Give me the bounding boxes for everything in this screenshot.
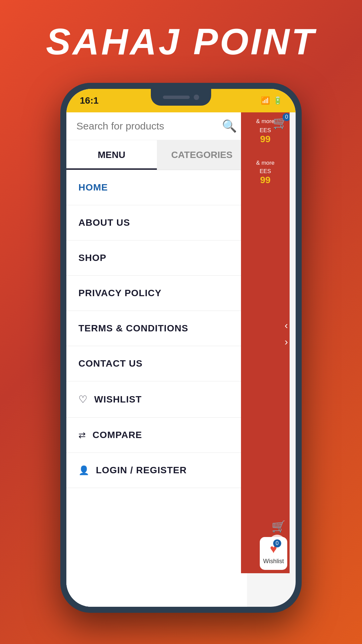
battery-icon: 🔋 bbox=[273, 96, 282, 105]
tab-bar: MENU CATEGORIES bbox=[66, 140, 247, 170]
wishlist-fab[interactable]: ♥ 0 Wishlist bbox=[260, 537, 287, 570]
menu-list: HOME ABOUT US SHOP PRIVACY POLICY TERMS … bbox=[66, 170, 247, 607]
compare-icon: ⇄ bbox=[78, 430, 86, 440]
menu-item-terms-label: TERMS & CONDITIONS bbox=[78, 323, 188, 334]
tab-menu[interactable]: MENU bbox=[66, 140, 157, 170]
heart-icon: ♡ bbox=[78, 393, 87, 405]
cart-fab[interactable]: 🛒 bbox=[272, 520, 286, 533]
menu-item-shop[interactable]: SHOP bbox=[66, 240, 247, 276]
menu-item-login-label: LOGIN / REGISTER bbox=[96, 465, 187, 476]
status-time: 16:1 bbox=[80, 95, 99, 106]
cart-badge: 0 bbox=[283, 113, 290, 121]
menu-item-contact[interactable]: CONTACT US bbox=[66, 346, 247, 381]
search-bar: 🔍 bbox=[66, 112, 247, 140]
menu-item-compare-label: COMPARE bbox=[93, 430, 142, 440]
status-icons: 📶 🔋 bbox=[261, 96, 282, 105]
menu-item-about[interactable]: ABOUT US bbox=[66, 205, 247, 240]
cart-icon[interactable]: 🛒 0 bbox=[273, 116, 288, 129]
menu-item-home-label: HOME bbox=[78, 182, 108, 193]
next-arrow[interactable]: › bbox=[285, 336, 288, 347]
menu-item-privacy-label: PRIVACY POLICY bbox=[78, 288, 162, 299]
menu-item-compare[interactable]: ⇄ COMPARE bbox=[66, 418, 247, 453]
status-bar: 16:1 📶 🔋 bbox=[66, 89, 296, 112]
menu-item-terms[interactable]: TERMS & CONDITIONS bbox=[66, 311, 247, 346]
phone-frame: 16:1 📶 🔋 & more EES 99 & more EES 99 bbox=[60, 83, 302, 613]
promo-background: & more EES 99 & more EES 99 ‹ › 🛒 0 bbox=[241, 112, 290, 573]
user-icon: 👤 bbox=[78, 465, 89, 476]
wishlist-fab-label: Wishlist bbox=[263, 558, 284, 565]
menu-item-contact-label: CONTACT US bbox=[78, 358, 142, 369]
menu-item-about-label: ABOUT US bbox=[78, 217, 130, 228]
search-icon[interactable]: 🔍 bbox=[222, 119, 237, 133]
menu-item-login[interactable]: 👤 LOGIN / REGISTER bbox=[66, 453, 247, 488]
screen-content: 🔍 MENU CATEGORIES HOME ABOUT US SHOP bbox=[66, 112, 247, 607]
menu-item-shop-label: SHOP bbox=[78, 253, 106, 263]
app-title: SAHAJ POINT bbox=[46, 20, 316, 63]
prev-arrow[interactable]: ‹ bbox=[285, 320, 288, 331]
signal-icon: 📶 bbox=[261, 96, 270, 105]
menu-item-privacy[interactable]: PRIVACY POLICY bbox=[66, 276, 247, 311]
menu-item-wishlist-label: WISHLIST bbox=[94, 394, 142, 405]
menu-item-home[interactable]: HOME bbox=[66, 170, 247, 205]
search-input[interactable] bbox=[76, 120, 222, 132]
menu-item-wishlist[interactable]: ♡ WISHLIST bbox=[66, 381, 247, 418]
wishlist-badge: 0 bbox=[273, 539, 281, 547]
tab-categories[interactable]: CATEGORIES bbox=[157, 140, 247, 170]
